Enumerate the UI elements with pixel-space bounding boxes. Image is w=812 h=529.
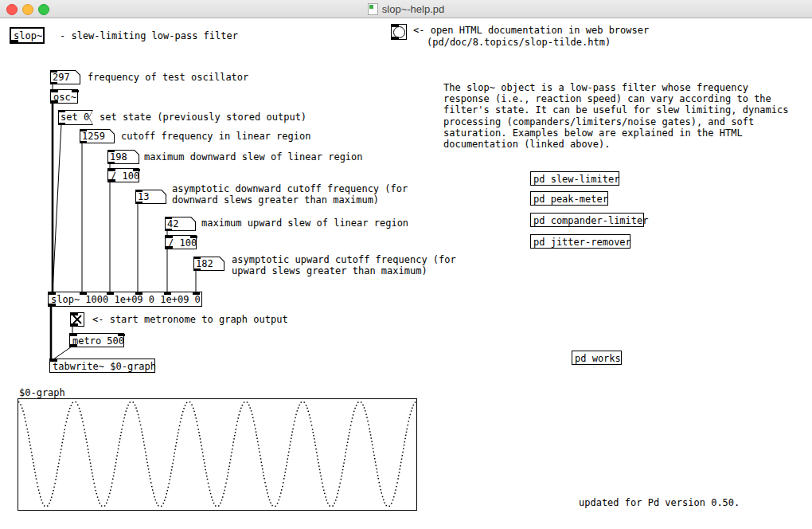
title-wrap: slop~-help.pd — [0, 0, 812, 18]
title-bar: slop~-help.pd — [0, 0, 812, 18]
window-title: slop~-help.pd — [382, 3, 444, 15]
patch-canvas[interactable]: slop~297osc~set 01259198/ 1001342/ 10018… — [0, 0, 812, 529]
document-icon — [368, 3, 378, 15]
pd-window: slop~297osc~set 01259198/ 1001342/ 10018… — [0, 0, 812, 529]
array-graph — [0, 0, 812, 529]
